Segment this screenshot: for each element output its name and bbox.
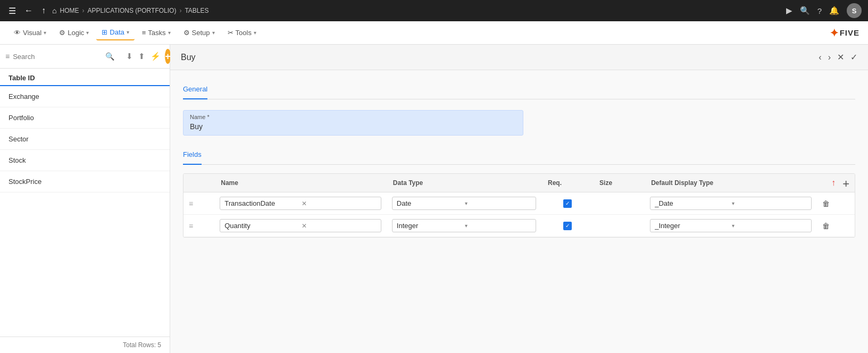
col-header-drag [183, 174, 214, 192]
nav-setup[interactable]: ⚙ Setup ▾ [178, 26, 220, 40]
clear-name-2-icon[interactable]: ✕ [302, 222, 377, 230]
breadcrumb-home[interactable]: HOME [60, 7, 79, 14]
data-type-chevron-1: ▾ [465, 200, 531, 206]
fields-table-wrapper: + ↑ Name Data Type Req. Size Default Dis… [183, 173, 855, 238]
left-panel: ≡ 🔍 ⬇ ⬆ ⚡ + Table ID Exchange Portfolio … [0, 45, 170, 353]
tasks-arrow: ▾ [168, 30, 171, 36]
name-field-value: Buy [190, 122, 516, 131]
lightning-icon[interactable]: ⚡ [149, 51, 162, 62]
nav-tools-label: Tools [236, 29, 252, 37]
up-icon[interactable]: ↑ [39, 4, 48, 18]
clear-name-1-icon[interactable]: ✕ [302, 200, 377, 207]
nav-tools[interactable]: ✂ Tools ▾ [222, 26, 262, 40]
setup-icon: ⚙ [183, 29, 190, 37]
nav-data[interactable]: ⊞ Data ▾ [96, 25, 134, 40]
display-type-text-2: _Integer [655, 222, 730, 230]
col-header-req: Req. [541, 174, 593, 192]
breadcrumb: ⌂ HOME › APPLICATIONS (PORTFOLIO) › TABL… [52, 6, 209, 15]
top-right-icons: ▶ 🔍 ? 🔔 S [786, 3, 862, 18]
upload-icon[interactable]: ⬆ [137, 51, 146, 62]
field-name-input-2[interactable]: Quantity ✕ [220, 219, 381, 232]
nav-visual[interactable]: 👁 Visual ▾ [9, 26, 52, 40]
download-icon[interactable]: ⬇ [125, 51, 134, 62]
right-header: Buy ‹ › ✕ ✓ [170, 45, 868, 70]
tab-general[interactable]: General [183, 81, 207, 99]
col-header-datatype: Data Type [387, 174, 541, 192]
required-checkbox-1[interactable]: ✓ [563, 199, 572, 208]
right-content: General Name * Buy Fields + ↑ [170, 70, 868, 353]
table-list: Exchange Portfolio Sector Stock StockPri… [0, 86, 170, 337]
tab-fields[interactable]: Fields [183, 146, 202, 165]
fields-tabs: Fields [183, 146, 855, 165]
display-type-chevron-1: ▾ [732, 200, 807, 206]
display-type-select-1[interactable]: _Date ▾ [650, 197, 812, 210]
play-icon[interactable]: ▶ [786, 6, 792, 15]
user-avatar[interactable]: S [847, 3, 862, 18]
data-arrow: ▾ [127, 29, 129, 35]
help-icon[interactable]: ? [817, 6, 822, 15]
display-type-select-2[interactable]: _Integer ▾ [650, 219, 812, 232]
visual-arrow: ▾ [44, 30, 46, 36]
tools-icon: ✂ [228, 29, 233, 37]
top-nav: ☰ ← ↑ ⌂ HOME › APPLICATIONS (PORTFOLIO) … [0, 0, 868, 21]
table-item-sector[interactable]: Sector [0, 129, 170, 150]
search-icon[interactable]: 🔍 [105, 52, 114, 61]
table-item-stock[interactable]: Stock [0, 150, 170, 171]
field-name-input-1[interactable]: TransactionDate ✕ [220, 197, 381, 210]
drag-handle-2[interactable]: ≡ [189, 222, 193, 230]
next-icon[interactable]: › [828, 53, 831, 62]
data-icon: ⊞ [102, 28, 107, 36]
nav-data-label: Data [110, 28, 124, 36]
field-name-text-2: Quantity [224, 222, 299, 230]
tasks-icon: ≡ [142, 29, 146, 37]
visual-icon: 👁 [14, 29, 21, 37]
drag-handle-1[interactable]: ≡ [189, 199, 193, 208]
search-input[interactable] [13, 53, 102, 61]
table-item-portfolio[interactable]: Portfolio [0, 107, 170, 129]
col-header-display: Default Display Type [645, 174, 817, 192]
table-row: ≡ TransactionDate ✕ [183, 192, 855, 215]
second-nav: 👁 Visual ▾ ⚙ Logic ▾ ⊞ Data ▾ ≡ Tasks ▾ … [0, 21, 868, 45]
nav-visual-label: Visual [23, 29, 41, 37]
nav-setup-label: Setup [192, 29, 210, 37]
col-header-size: Size [593, 174, 645, 192]
col-header-name: Name [214, 174, 387, 192]
nav-tasks-label: Tasks [148, 29, 165, 37]
nav-logic-label: Logic [68, 29, 84, 37]
name-field-container: Name * Buy [183, 110, 523, 136]
notifications-icon[interactable]: 🔔 [829, 6, 839, 15]
table-item-stockprice[interactable]: StockPrice [0, 171, 170, 192]
five-logo: ✦ FIVE [830, 27, 859, 39]
left-footer: Total Rows: 5 [0, 337, 170, 353]
breadcrumb-tables[interactable]: TABLES [185, 7, 208, 14]
logic-arrow: ▾ [86, 30, 89, 36]
main-tabs: General [183, 81, 855, 99]
main-layout: ≡ 🔍 ⬇ ⬆ ⚡ + Table ID Exchange Portfolio … [0, 45, 868, 353]
close-icon[interactable]: ✕ [837, 52, 844, 62]
required-checkbox-2[interactable]: ✓ [563, 222, 572, 230]
nav-logic[interactable]: ⚙ Logic ▾ [54, 26, 94, 40]
setup-arrow: ▾ [212, 30, 215, 36]
breadcrumb-applications[interactable]: APPLICATIONS (PORTFOLIO) [87, 7, 176, 14]
fields-section: Fields + ↑ Name Data Type Req. Size [183, 146, 855, 238]
delete-row-2-icon[interactable]: 🗑 [822, 222, 830, 230]
delete-row-1-icon[interactable]: 🗑 [822, 199, 830, 208]
table-item-exchange[interactable]: Exchange [0, 86, 170, 107]
display-type-text-1: _Date [655, 199, 730, 207]
search-bar: ≡ 🔍 ⬇ ⬆ ⚡ + [0, 45, 170, 69]
header-icons: ‹ › ✕ ✓ [819, 52, 857, 62]
search-global-icon[interactable]: 🔍 [800, 6, 810, 15]
breadcrumb-sep2: › [179, 7, 181, 14]
add-field-button[interactable]: + [842, 177, 849, 191]
five-logo-text: FIVE [840, 28, 859, 37]
table-id-header: Table ID [0, 69, 170, 86]
home-icon: ⌂ [52, 6, 56, 15]
menu-icon[interactable]: ☰ [6, 4, 18, 18]
data-type-select-1[interactable]: Date ▾ [392, 197, 536, 210]
nav-tasks[interactable]: ≡ Tasks ▾ [137, 26, 176, 40]
confirm-icon[interactable]: ✓ [850, 52, 857, 62]
back-icon[interactable]: ← [22, 4, 35, 18]
data-type-chevron-2: ▾ [465, 223, 531, 229]
prev-icon[interactable]: ‹ [819, 53, 821, 62]
data-type-select-2[interactable]: Integer ▾ [392, 219, 536, 232]
